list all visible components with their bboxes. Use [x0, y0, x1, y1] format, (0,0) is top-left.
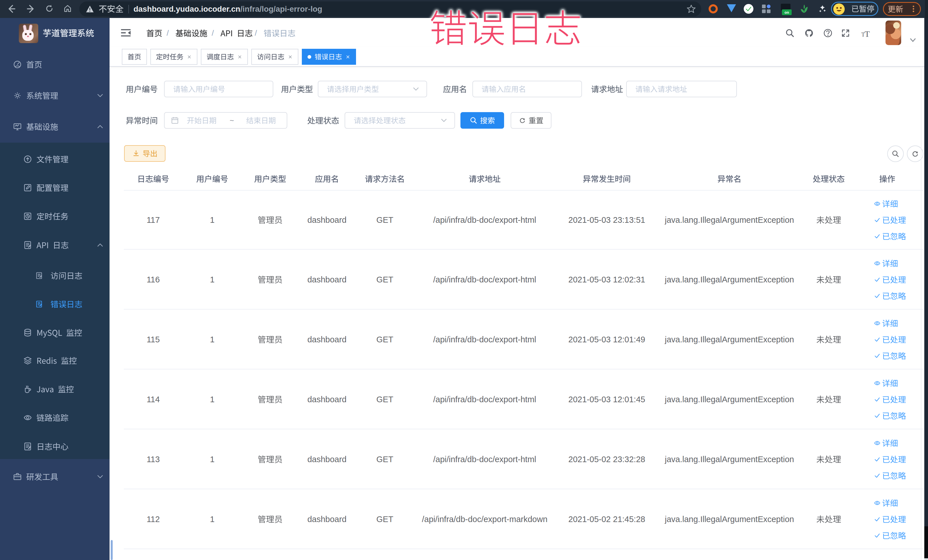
svg-text:T: T [865, 29, 870, 38]
